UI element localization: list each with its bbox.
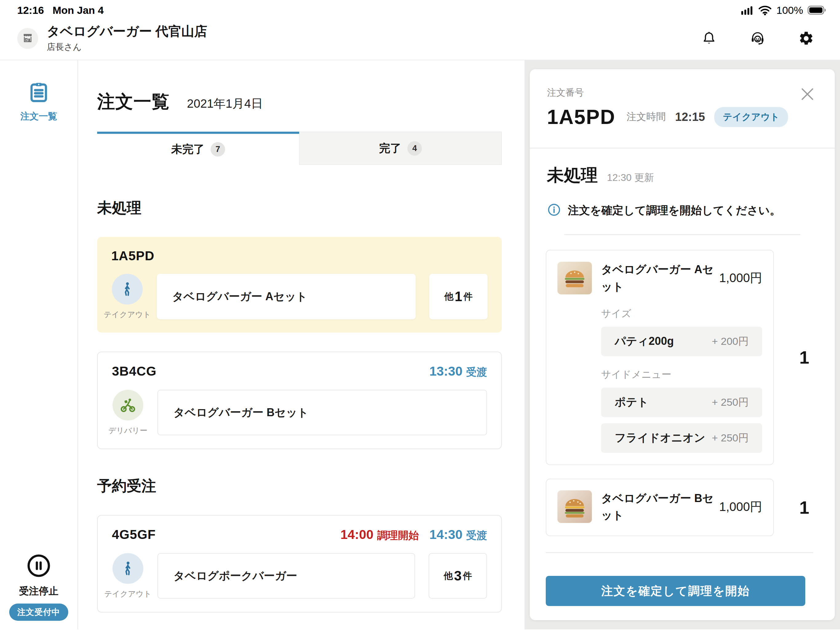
more-items-button[interactable]: 他 1 件 — [429, 274, 488, 319]
tab-complete-count: 4 — [407, 141, 422, 156]
battery-icon — [807, 4, 826, 16]
screen: 12:16 Mon Jan 4 100% — [0, 0, 840, 630]
order-card-1a5pd[interactable]: 1A5PD — [97, 237, 502, 332]
detail-item-price: 1,000円 — [719, 269, 762, 287]
store-role: 店長さん — [47, 41, 701, 53]
info-icon — [547, 203, 561, 218]
support-headset-icon[interactable] — [750, 30, 766, 46]
close-icon[interactable] — [799, 85, 816, 103]
walking-person-icon — [112, 274, 143, 304]
accepting-orders-badge: 注文受付中 — [9, 603, 68, 621]
walking-person-icon — [112, 553, 143, 584]
tab-incomplete-count: 7 — [211, 142, 225, 157]
option-row: フライドオニオン + 250円 — [601, 423, 762, 453]
detail-item-price: 1,000円 — [719, 499, 762, 515]
sidebar-item-orders-label: 注文一覧 — [20, 110, 57, 123]
pause-icon — [25, 552, 52, 580]
tab-incomplete[interactable]: 未完了 7 — [97, 131, 299, 165]
detail-updated: 12:30 更新 — [607, 171, 654, 185]
order-item-summary: タベログバーガー Aセット — [157, 274, 416, 319]
status-bar: 12:16 Mon Jan 4 100% — [0, 0, 840, 17]
option-name: フライドオニオン — [615, 431, 705, 445]
items-divider — [546, 552, 813, 553]
section-title-reserved: 予約受注 — [97, 476, 502, 496]
sidebar: 注文一覧 受注停止 注文受付中 — [0, 60, 78, 629]
cellular-icon — [741, 5, 753, 15]
channel-badge: テイクアウト — [714, 107, 788, 127]
page-title: 注文一覧 — [97, 90, 170, 114]
order-item-summary: タベログバーガー Bセット — [158, 390, 487, 435]
handover-time: 14:30 受渡 — [429, 527, 487, 543]
battery-percent: 100% — [776, 4, 803, 16]
tab-complete-label: 完了 — [379, 141, 401, 156]
more-items-button[interactable]: 他 3 件 — [429, 553, 487, 598]
bell-icon[interactable] — [701, 30, 717, 46]
tab-incomplete-label: 未完了 — [171, 142, 204, 157]
order-number-label: 注文番号 — [547, 86, 815, 99]
option-row: ポテト + 250円 — [601, 388, 762, 417]
option-name: パティ200g — [615, 334, 674, 349]
detail-item-qty: 1 — [774, 347, 835, 367]
app-header: タベログバーガー 代官山店 店長さん — [0, 17, 840, 60]
option-group-label: サイズ — [601, 307, 762, 321]
channel-label: テイクアウト — [104, 309, 151, 320]
store-name: タベログバーガー 代官山店 — [47, 24, 701, 39]
detail-item-row: タベログバーガー Aセット 1,000円 サイズ パティ200g + 200円 … — [546, 250, 835, 465]
order-card-3b4cg[interactable]: 3B4CG 13:30 受渡 — [97, 351, 502, 449]
detail-item-row: タベログバーガー Bセット 1,000円 1 — [546, 479, 835, 537]
order-card-4g5gf[interactable]: 4G5GF 14:00 調理開始 14:30 受渡 — [97, 515, 502, 613]
option-price: + 200円 — [712, 334, 749, 348]
detail-item-name: タベログバーガー Aセット — [601, 261, 715, 295]
pause-orders-label: 受注停止 — [19, 584, 58, 598]
option-price: + 250円 — [712, 431, 749, 445]
more-count: 3 — [454, 568, 461, 584]
more-suffix: 件 — [463, 570, 472, 583]
handover-time: 13:30 受渡 — [429, 364, 487, 379]
channel-label: テイクアウト — [104, 589, 152, 599]
page-date: 2021年1月4日 — [187, 95, 263, 112]
detail-item-card: タベログバーガー Bセット 1,000円 — [546, 479, 774, 537]
detail-notice: 注文を確定して調理を開始してください。 — [568, 203, 781, 218]
order-item-summary: タベログポークバーガー — [158, 553, 415, 598]
bicycle-courier-icon — [112, 390, 143, 421]
more-count: 1 — [455, 289, 462, 304]
detail-item-card: タベログバーガー Aセット 1,000円 サイズ パティ200g + 200円 … — [546, 250, 774, 465]
burger-photo — [557, 262, 592, 294]
option-group-label: サイドメニュー — [601, 368, 762, 381]
order-time-value: 12:15 — [675, 111, 705, 123]
order-id: 1A5PD — [111, 249, 154, 263]
sidebar-item-orders[interactable]: 注文一覧 — [20, 81, 57, 123]
detail-rail: 注文番号 1A5PD 注文時間 12:15 テイクアウト — [524, 60, 840, 629]
more-suffix: 件 — [463, 290, 472, 303]
option-price: + 250円 — [712, 395, 749, 410]
status-time: 12:16 — [17, 4, 44, 16]
option-name: ポテト — [615, 395, 649, 410]
more-prefix: 他 — [444, 570, 453, 583]
order-tabs: 未完了 7 完了 4 — [97, 131, 502, 165]
gear-icon[interactable] — [798, 30, 814, 46]
confirm-cook-button[interactable]: 注文を確定して調理を開始 — [546, 576, 805, 606]
detail-item-qty: 1 — [774, 497, 835, 518]
channel-label: デリバリー — [108, 426, 147, 435]
order-id: 3B4CG — [112, 364, 156, 379]
option-row: パティ200g + 200円 — [601, 327, 762, 356]
clipboard-icon — [27, 81, 51, 105]
store-avatar — [17, 28, 38, 49]
pause-orders-button[interactable]: 受注停止 注文受付中 — [9, 552, 68, 621]
order-detail-panel: 注文番号 1A5PD 注文時間 12:15 テイクアウト — [530, 69, 835, 620]
tab-complete[interactable]: 完了 4 — [299, 131, 502, 165]
order-id: 4G5GF — [112, 527, 156, 542]
detail-status-title: 未処理 — [547, 164, 598, 187]
order-time-label: 注文時間 — [627, 110, 666, 123]
section-title-pending: 未処理 — [97, 198, 502, 218]
detail-order-id: 1A5PD — [547, 105, 616, 128]
detail-item-name: タベログバーガー Bセット — [601, 490, 715, 524]
burger-photo — [557, 490, 592, 523]
status-date: Mon Jan 4 — [52, 4, 104, 16]
order-list-main: 注文一覧 2021年1月4日 未完了 7 完了 4 未処理 1A5PD — [78, 60, 524, 629]
storefront-icon — [22, 32, 34, 45]
cook-start-time: 14:00 調理開始 — [340, 527, 419, 543]
more-prefix: 他 — [444, 290, 453, 303]
wifi-icon — [758, 5, 772, 15]
